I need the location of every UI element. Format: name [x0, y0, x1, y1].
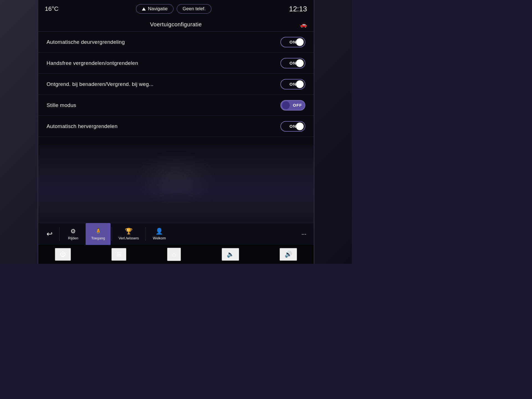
welkom-label: Welkom: [153, 236, 166, 240]
phone-button[interactable]: Geen telef.: [177, 4, 211, 14]
toggle-handsfree[interactable]: ON: [280, 58, 305, 68]
setting-label-auto-lock: Automatische deurvergrendeling: [47, 39, 125, 45]
reflection-area: [38, 145, 314, 223]
setting-label-handsfree: Handsfree vergrendelen/ontgrendelen: [47, 60, 138, 66]
settings-list: Automatische deurvergrendeling ON Handsf…: [38, 32, 314, 145]
toggle-auto-lock[interactable]: ON: [280, 37, 305, 47]
more-button[interactable]: ···: [297, 231, 311, 238]
tab-toegang[interactable]: 🧍 Toegang: [86, 223, 111, 245]
verlichting-label: Verl./wissers: [119, 236, 139, 240]
rijden-icon: ⚙: [70, 228, 76, 235]
status-bar: 16°C Navigatie Geen telef. 12:13: [38, 0, 314, 18]
rijden-label: Rijden: [68, 236, 78, 240]
toggle-silent-label: OFF: [281, 103, 305, 108]
temperature-display: 16°C: [45, 5, 58, 12]
volume-down-button[interactable]: 🔈: [222, 248, 239, 261]
welkom-icon: 👤: [155, 228, 163, 235]
toegang-icon: 🧍: [94, 228, 102, 235]
toggle-silent[interactable]: OFF: [280, 100, 305, 111]
toggle-relock[interactable]: ON: [280, 121, 305, 132]
nav-divider-1: [59, 227, 60, 241]
toggle-handsfree-knob: [296, 59, 304, 67]
car-icon: 🚗: [300, 21, 307, 28]
setting-row-relock[interactable]: Automatisch hervergrendelen ON: [38, 116, 314, 137]
setting-label-relock: Automatisch hervergrendelen: [47, 123, 117, 129]
page-title-bar: Voertuigconfiguratie 🚗: [38, 18, 314, 32]
back-button[interactable]: ↩: [41, 230, 58, 238]
verlichting-icon: 🏆: [125, 228, 132, 235]
page-title: Voertuigconfiguratie: [150, 21, 202, 28]
setting-label-proximity: Ontgrend. bij benaderen/Vergrend. bij we…: [47, 81, 154, 87]
volume-up-button[interactable]: 🔊: [280, 248, 297, 261]
setting-row-silent[interactable]: Stille modus OFF: [38, 95, 314, 116]
nav-divider-3: [145, 227, 146, 241]
navigation-icon: [142, 7, 146, 11]
bottom-nav: ↩ ⚙ Rijden 🧍 Toegang 🏆 Verl./wissers 👤 W…: [38, 223, 314, 245]
tab-welkom[interactable]: 👤 Welkom: [147, 223, 172, 245]
setting-row-auto-lock[interactable]: Automatische deurvergrendeling ON: [38, 32, 314, 53]
toegang-label: Toegang: [91, 236, 105, 240]
navigation-button[interactable]: Navigatie: [136, 4, 173, 14]
power-button[interactable]: ⏻: [55, 248, 71, 261]
home-button[interactable]: ⌂: [167, 248, 181, 261]
grid-button[interactable]: ⊞: [111, 248, 126, 261]
clock-display: 12:13: [289, 5, 307, 13]
toggle-proximity[interactable]: ON: [280, 79, 305, 89]
tab-rijden[interactable]: ⚙ Rijden: [61, 223, 86, 245]
toggle-relock-knob: [296, 122, 304, 130]
nav-divider-2: [112, 227, 112, 241]
setting-row-handsfree[interactable]: Handsfree vergrendelen/ontgrendelen ON: [38, 53, 314, 74]
status-nav-buttons: Navigatie Geen telef.: [136, 4, 211, 14]
toggle-proximity-knob: [296, 80, 304, 88]
system-bar: ⏻ ⊞ ⌂ 🔈 🔊: [38, 245, 314, 264]
setting-label-silent: Stille modus: [47, 102, 76, 108]
setting-row-proximity[interactable]: Ontgrend. bij benaderen/Vergrend. bij we…: [38, 74, 314, 95]
tab-verlichting[interactable]: 🏆 Verl./wissers: [113, 223, 144, 245]
toggle-auto-lock-knob: [296, 38, 304, 46]
